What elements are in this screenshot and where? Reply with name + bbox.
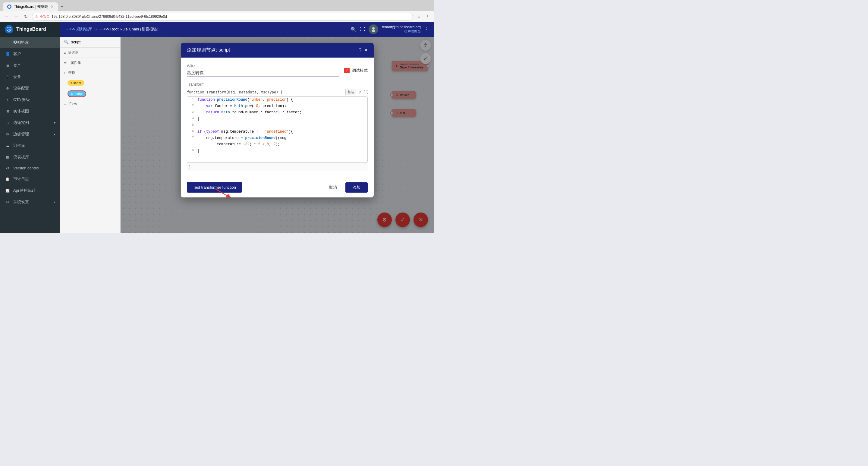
system-settings-arrow: ▾ <box>54 200 56 204</box>
code-footer: } <box>187 163 368 171</box>
breadcrumb-current-text: <-> Root Rule Chain (是否根链) <box>103 27 158 32</box>
sidebar-item-rule-chain[interactable]: ↔ 规则链库 <box>0 37 60 48</box>
category-label: 变换 <box>68 70 75 75</box>
category-label: 属性集 <box>70 60 81 65</box>
name-input[interactable] <box>187 69 339 77</box>
address-bar[interactable]: ⚠ 不安全 192.168.0.5:8080/ruleChains/276609… <box>32 13 413 21</box>
code-line-3: 3 return Math.round(number * factor) / f… <box>187 110 367 116</box>
sidebar-item-label: 客户 <box>13 51 21 57</box>
main-content: ↔ <-> 规则链库 > ↔ <-> Root Rule Chain (是否根链… <box>60 22 434 233</box>
breadcrumb-link[interactable]: ↔ <-> 规则链库 <box>65 27 92 32</box>
sidebar-item-label: Version control <box>13 166 39 170</box>
header-more-btn[interactable]: ⋮ <box>424 27 429 32</box>
sidebar-item-assets[interactable]: ▦ 资产 <box>0 60 60 71</box>
cancel-btn[interactable]: 取消 <box>324 182 342 193</box>
modal-overlay: 添加规则节点: script ? × 名称 * <box>121 37 434 233</box>
active-tab[interactable]: ThingsBoard | 规则链 ✕ <box>3 2 58 11</box>
breadcrumb-current: ↔ <-> Root Rule Chain (是否根链) <box>99 27 158 32</box>
add-btn[interactable]: 添加 <box>345 182 368 193</box>
user-avatar[interactable] <box>369 24 378 34</box>
tab-favicon <box>7 4 11 9</box>
breadcrumb-link-icon: ↔ <box>65 28 68 31</box>
sidebar-item-label: Api 使用统计 <box>13 188 36 193</box>
sidebar-item-version-control[interactable]: ⏱ Version control <box>0 163 60 173</box>
category-flow[interactable]: ↔ Flow <box>60 99 120 108</box>
sidebar-item-widgets[interactable]: ☁ 部件库 <box>0 140 60 151</box>
category-attributes[interactable]: ≡+ 属性集 <box>60 58 120 68</box>
filter-label: 筛选器 <box>68 50 79 55</box>
code-line-6: 6 if (typeof msg.temperature !== 'undefi… <box>187 129 367 135</box>
toolbar-actions: ☆ ⋮ <box>415 13 431 20</box>
browser-tabs: ThingsBoard | 规则链 ✕ + <box>0 0 434 11</box>
back-btn[interactable]: ← <box>3 13 10 20</box>
modal-close-btn[interactable]: × <box>364 47 368 53</box>
modal-help-btn[interactable]: ? <box>359 48 362 53</box>
sidebar-item-label: 部件库 <box>13 143 25 148</box>
code-line-8: 8 } <box>187 148 367 154</box>
canvas-area[interactable]: ⬆ save timeseries Save Timeseries ⊟ devi… <box>121 37 434 233</box>
sidebar-item-devices[interactable]: 📱 设备 <box>0 71 60 83</box>
svg-line-6 <box>214 188 232 197</box>
bookmark-star-btn[interactable]: ☆ <box>415 13 423 20</box>
svg-point-0 <box>8 5 10 8</box>
code-fullscreen-btn[interactable]: ⛶ <box>364 90 368 95</box>
sidebar-item-dashboard[interactable]: ▦ 仪表板库 <box>0 151 60 163</box>
code-line-7b: .temperature -32) * 5 / 9, 2); <box>187 142 367 148</box>
transform-section-label: Transform <box>187 82 368 87</box>
left-panel: 🔍 ≡ 筛选器 ≡+ 属性集 ↕ 变换 <box>60 37 121 233</box>
version-control-icon: ⏱ <box>5 166 10 170</box>
code-line-4: 4 } <box>187 116 367 122</box>
sidebar-item-device-profile[interactable]: ⚙ 设备配置 <box>0 83 60 94</box>
filter-bar[interactable]: ≡ 筛选器 <box>60 48 120 58</box>
list-item[interactable]: ⊟ script <box>60 88 120 99</box>
url-prefix: 不安全 <box>40 14 50 19</box>
code-editor[interactable]: 1 function precisionRound(number, precis… <box>187 96 368 163</box>
user-info: tenant@thingsboard.org 租户管理员 <box>382 25 421 34</box>
modal-title: 添加规则节点: script <box>187 47 356 53</box>
search-input[interactable] <box>71 40 122 44</box>
assets-icon: ▦ <box>5 64 10 67</box>
debug-mode-toggle[interactable]: ✓ 调试模式 <box>344 68 368 73</box>
debug-label: 调试模式 <box>352 68 368 73</box>
flow-cat-icon: ↔ <box>64 102 67 106</box>
svg-point-3 <box>372 27 375 30</box>
tab-close-btn[interactable]: ✕ <box>51 4 54 9</box>
api-usage-icon: 📈 <box>5 189 10 193</box>
browser-toolbar: ← → ↻ ⚠ 不安全 192.168.0.5:8080/ruleChains/… <box>0 11 434 22</box>
audit-log-icon: 📋 <box>5 177 10 181</box>
sidebar-item-ota[interactable]: ↕ OTA 升级 <box>0 94 60 105</box>
clean-btn[interactable]: 整洁 <box>345 89 356 95</box>
widgets-icon: ☁ <box>5 144 10 148</box>
form-name-row: 名称 * ✓ 调试模式 <box>187 64 368 77</box>
breadcrumb-current-icon: ↔ <box>99 28 102 31</box>
url-text: 192.168.0.5:8080/ruleChains/276609d0-543… <box>52 14 167 19</box>
sidebar-item-label: 资产 <box>13 63 21 68</box>
code-help-btn[interactable]: ? <box>359 90 361 95</box>
code-line-1: 1 function precisionRound(number, precis… <box>187 97 367 103</box>
sidebar-item-api-usage[interactable]: 📈 Api 使用统计 <box>0 185 60 196</box>
sidebar-item-edge-manage[interactable]: ⚙ 边缘管理 ▾ <box>0 128 60 140</box>
sidebar-item-system-settings[interactable]: ⚙ 系统设置 ▾ <box>0 196 60 208</box>
sidebar-item-edge-instance[interactable]: ◇ 边缘实例 ▾ <box>0 117 60 128</box>
forward-btn[interactable]: → <box>13 13 20 20</box>
more-options-btn[interactable]: ⋮ <box>424 13 431 20</box>
dashboard-icon: ▦ <box>5 155 10 159</box>
sidebar-item-label: 边缘管理 <box>13 131 29 137</box>
modal-actions-row: Test transformer function <box>181 177 374 197</box>
new-tab-btn[interactable]: + <box>58 2 66 11</box>
code-header-text: function Transform(msg, metadata, msgTyp… <box>187 90 283 94</box>
script-chip-blue: ⊟ script <box>67 90 86 97</box>
ota-icon: ↕ <box>5 98 10 101</box>
reload-btn[interactable]: ↻ <box>22 13 30 20</box>
list-item[interactable]: ≡ script <box>60 78 120 88</box>
code-area-header: function Transform(msg, metadata, msgTyp… <box>187 89 368 95</box>
category-transform[interactable]: ↕ 变换 <box>60 68 120 78</box>
header-search-btn[interactable]: 🔍 <box>350 27 356 32</box>
sidebar-item-audit-log[interactable]: 📋 审计日志 <box>0 173 60 185</box>
header-fullscreen-btn[interactable]: ⛶ <box>360 27 365 32</box>
debug-checkbox[interactable]: ✓ <box>344 68 350 73</box>
breadcrumb-link-text: <-> 规则链库 <box>69 27 92 32</box>
sidebar-item-entity-view[interactable]: ⊞ 实体视图 <box>0 105 60 117</box>
system-settings-icon: ⚙ <box>5 200 10 204</box>
sidebar-item-customers[interactable]: 👤 客户 <box>0 48 60 60</box>
